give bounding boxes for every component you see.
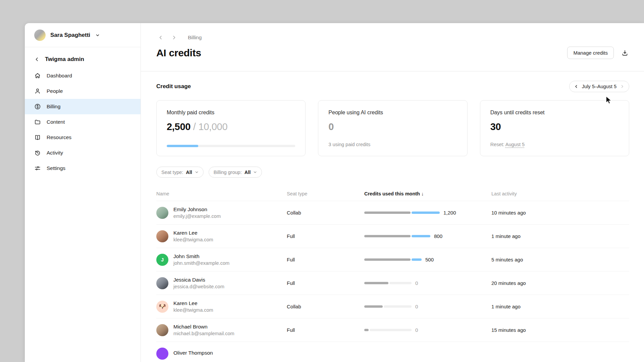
manage-credits-button[interactable]: Manage credits <box>567 47 614 59</box>
date-next-icon[interactable] <box>620 84 625 89</box>
credits-progress-fill <box>167 145 198 147</box>
credits-value: 800 <box>434 233 442 239</box>
sliders-icon <box>34 165 41 172</box>
user-name: Sara Spaghetti <box>50 32 90 39</box>
date-prev-icon[interactable] <box>574 84 579 89</box>
card-title: People using AI credits <box>328 110 457 116</box>
credits-value: 500 <box>425 257 434 262</box>
credits-value: 0 <box>415 304 418 309</box>
breadcrumb-current: Billing <box>188 35 202 41</box>
table-row[interactable]: Emily Johnson emily.j@example.com Collab… <box>156 201 629 225</box>
table-row[interactable]: Karen Lee klee@twigma.com Full 800 1 min… <box>156 225 629 248</box>
credits-bar: 0 <box>364 304 491 309</box>
user-avatar <box>34 29 46 41</box>
credits-bar: 0 <box>364 327 491 333</box>
history-icon <box>34 149 41 156</box>
seat-type: Full <box>287 280 364 286</box>
avatar <box>156 348 168 360</box>
col-credits-used[interactable]: Credits used this month ↓ <box>364 191 491 196</box>
date-range-label: July 5–August 5 <box>582 84 616 89</box>
last-activity: 15 minutes ago <box>491 327 629 333</box>
filters: Seat type: All Billing group: All <box>141 167 644 178</box>
person-name: John Smith <box>173 253 229 259</box>
section-title: Credit usage <box>156 83 191 90</box>
seat-type: Collab <box>287 210 364 216</box>
credits-value: 0 <box>415 327 418 333</box>
credits-bar-extra-segment <box>412 258 422 261</box>
chevron-down-icon <box>95 33 100 38</box>
last-activity: 5 minutes ago <box>491 257 629 262</box>
avatar <box>156 207 168 219</box>
table-row[interactable]: 🐶 Karen Lee klee@twigma.com Collab 0 1 m… <box>156 295 629 318</box>
chevron-down-icon <box>195 169 199 175</box>
download-icon[interactable] <box>621 49 629 57</box>
card-days-until-reset: Days until credits reset 30 Reset: Augus… <box>480 100 629 156</box>
sidebar-item-label: Settings <box>47 165 65 171</box>
nav-forward-icon[interactable] <box>170 33 178 42</box>
sidebar-item-label: Billing <box>47 104 60 110</box>
person-cell: Emily Johnson emily.j@example.com <box>156 206 287 219</box>
home-icon <box>34 72 41 79</box>
col-last-activity[interactable]: Last activity <box>491 191 629 196</box>
person-email: klee@twigma.com <box>173 307 213 313</box>
last-activity: 10 minutes ago <box>491 210 629 216</box>
table-body: Emily Johnson emily.j@example.com Collab… <box>156 201 629 362</box>
date-range-picker[interactable]: July 5–August 5 <box>569 81 629 92</box>
credits-bar-extra-segment <box>412 212 440 214</box>
seat-type: Full <box>287 327 364 333</box>
person-email: john.smith@example.com <box>173 260 229 266</box>
page-header: AI credits Manage credits <box>141 47 644 59</box>
nav-back-icon[interactable] <box>156 33 165 42</box>
sidebar-item-content[interactable]: Content <box>25 114 141 130</box>
sidebar-item-billing[interactable]: Billing <box>25 99 141 114</box>
billing-group-filter[interactable]: Billing group: All <box>209 167 262 178</box>
card-subtext: 3 using paid credits <box>328 142 457 147</box>
card-people-using-credits: People using AI credits 0 3 using paid c… <box>318 100 467 156</box>
back-chevron-icon[interactable] <box>34 57 40 62</box>
card-title: Monthly paid credits <box>167 110 295 116</box>
sidebar: Sara Spaghetti Twigma admin Dashboard Pe… <box>25 23 141 362</box>
sidebar-item-settings[interactable]: Settings <box>25 161 141 176</box>
sidebar-item-people[interactable]: People <box>25 83 141 99</box>
person-cell: J John Smith john.smith@example.com <box>156 253 287 266</box>
col-name[interactable]: Name <box>156 191 287 196</box>
person-email: jessica.d@website.com <box>173 284 224 289</box>
account-switcher[interactable]: Sara Spaghetti <box>25 23 141 47</box>
card-value: 30 <box>490 121 619 132</box>
folder-icon <box>34 119 41 125</box>
sidebar-item-dashboard[interactable]: Dashboard <box>25 68 141 83</box>
person-cell: Oliver Thompson <box>156 348 287 360</box>
avatar <box>156 277 168 289</box>
credits-bar-gray-segment <box>364 235 411 237</box>
table-row[interactable]: J John Smith john.smith@example.com Full… <box>156 248 629 272</box>
sidebar-item-resources[interactable]: Resources <box>25 130 141 145</box>
table-header: Name Seat type Credits used this month ↓… <box>156 186 629 201</box>
seat-type: Collab <box>287 304 364 309</box>
col-seat-type[interactable]: Seat type <box>287 191 364 196</box>
credits-bar: 800 <box>364 233 491 239</box>
person-name: Jessica Davis <box>173 277 224 283</box>
credits-bar-extra-segment <box>370 329 412 331</box>
sort-desc-icon: ↓ <box>421 191 424 196</box>
card-value: 0 <box>328 121 457 132</box>
table-row[interactable]: Oliver Thompson <box>156 342 629 362</box>
sidebar-item-label: Dashboard <box>47 73 72 79</box>
table-row[interactable]: Michael Brown michael.b@samplemail.com F… <box>156 318 629 342</box>
credits-total-value: 10,000 <box>198 121 227 132</box>
credits-bar-extra-segment <box>389 282 412 284</box>
credit-usage-header: Credit usage July 5–August 5 <box>141 81 644 92</box>
seat-type-filter[interactable]: Seat type: All <box>156 167 204 178</box>
credits-value: 0 <box>415 280 418 286</box>
table-row[interactable]: Jessica Davis jessica.d@website.com Full… <box>156 272 629 295</box>
person-cell: Jessica Davis jessica.d@website.com <box>156 277 287 289</box>
person-email: emily.j@example.com <box>173 214 221 219</box>
person-email: klee@twigma.com <box>173 237 213 242</box>
avatar <box>156 230 168 242</box>
card-title: Days until credits reset <box>490 110 619 116</box>
sidebar-item-activity[interactable]: Activity <box>25 145 141 161</box>
reset-date-link[interactable]: August 5 <box>505 142 525 147</box>
credits-bar-gray-segment <box>364 282 388 284</box>
workspace-header: Twigma admin <box>25 47 141 68</box>
credits-value: 1,200 <box>443 210 456 216</box>
workspace-title: Twigma admin <box>45 56 84 63</box>
